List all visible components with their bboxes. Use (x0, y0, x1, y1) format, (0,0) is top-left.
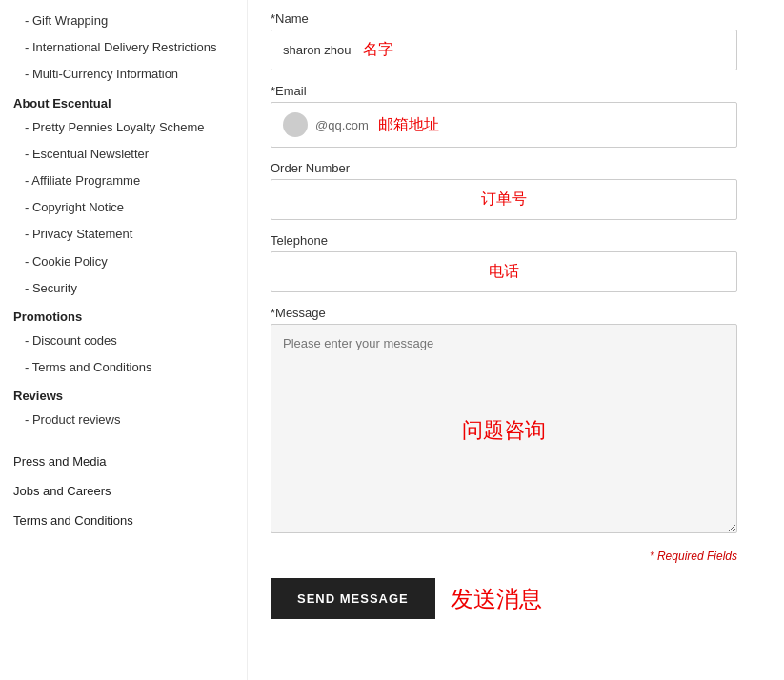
sidebar-item-international-delivery[interactable]: - International Delivery Restrictions (0, 34, 247, 61)
order-chinese-label: 订单号 (481, 190, 527, 210)
send-row: SEND MESSAGE 发送消息 (271, 578, 737, 619)
sidebar-section-about-escentual: About Escentual (0, 89, 247, 114)
email-input-wrapper[interactable]: @qq.com 邮箱地址 (271, 102, 737, 148)
send-chinese-label: 发送消息 (451, 584, 542, 614)
name-group: *Name sharon zhou 名字 (271, 11, 761, 70)
sidebar-item-pretty-pennies[interactable]: - Pretty Pennies Loyalty Scheme (0, 114, 247, 141)
sidebar-item-discount-codes[interactable]: - Discount codes (0, 328, 247, 354)
sidebar-item-jobs-careers[interactable]: Jobs and Careers (0, 476, 247, 506)
name-value: sharon zhou (283, 43, 352, 57)
sidebar-item-gift-wrapping[interactable]: - Gift Wrapping (0, 8, 247, 34)
order-group: Order Number 订单号 (271, 161, 761, 220)
telephone-label: Telephone (271, 233, 761, 248)
telephone-input-wrapper[interactable]: 电话 (271, 251, 737, 292)
message-group: *Message 问题咨询 (271, 306, 761, 536)
sidebar-item-copyright-notice[interactable]: - Copyright Notice (0, 194, 247, 221)
email-label: *Email (271, 84, 761, 98)
sidebar-item-terms-conditions-promo[interactable]: - Terms and Conditions (0, 354, 247, 381)
telephone-chinese-label: 电话 (489, 262, 519, 282)
sidebar-section-promotions: Promotions (0, 302, 247, 328)
send-message-button[interactable]: SEND MESSAGE (271, 578, 435, 619)
sidebar: - Gift Wrapping - International Delivery… (0, 0, 248, 680)
sidebar-item-cookie-policy[interactable]: - Cookie Policy (0, 249, 247, 275)
sidebar-item-terms-conditions[interactable]: Terms and Conditions (0, 506, 247, 535)
telephone-group: Telephone 电话 (271, 233, 761, 292)
order-label: Order Number (271, 161, 761, 175)
sidebar-item-press-media[interactable]: Press and Media (0, 447, 247, 476)
sidebar-section-reviews: Reviews (0, 381, 247, 407)
sidebar-item-affiliate-programme[interactable]: - Affiliate Programme (0, 168, 247, 194)
sidebar-item-multi-currency[interactable]: - Multi-Currency Information (0, 61, 247, 88)
email-group: *Email @qq.com 邮箱地址 (271, 84, 761, 148)
name-input-wrapper[interactable]: sharon zhou 名字 (271, 30, 737, 70)
sidebar-item-privacy-statement[interactable]: - Privacy Statement (0, 221, 247, 248)
message-wrapper: 问题咨询 (271, 324, 737, 536)
message-textarea[interactable] (271, 324, 737, 533)
email-chinese-label: 邮箱地址 (378, 115, 439, 135)
sidebar-item-escentual-newsletter[interactable]: - Escentual Newsletter (0, 141, 247, 168)
email-value: @qq.com (315, 118, 369, 132)
message-label: *Message (271, 306, 761, 320)
email-avatar-icon (283, 112, 308, 137)
sidebar-item-security[interactable]: - Security (0, 275, 247, 302)
contact-form: *Name sharon zhou 名字 *Email @qq.com 邮箱地址… (248, 0, 784, 680)
name-chinese-label: 名字 (363, 40, 393, 60)
name-label: *Name (271, 11, 761, 26)
sidebar-item-product-reviews[interactable]: - Product reviews (0, 407, 247, 433)
required-note: * Required Fields (271, 550, 737, 563)
order-input-wrapper[interactable]: 订单号 (271, 179, 737, 220)
